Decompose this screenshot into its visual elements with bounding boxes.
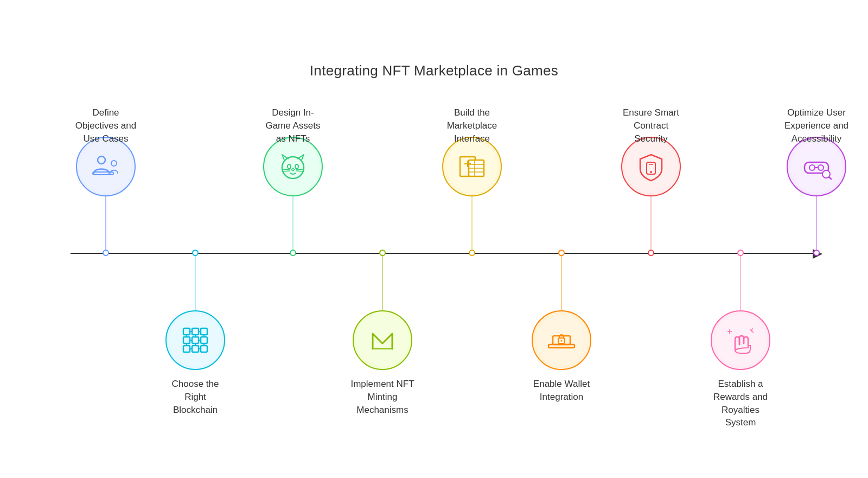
node-dot-define	[103, 250, 109, 256]
node-dot-blockchain	[192, 250, 199, 256]
svg-rect-6	[183, 337, 190, 343]
circle-security	[621, 137, 681, 196]
svg-point-42	[561, 340, 563, 342]
svg-line-55	[829, 177, 831, 179]
node-dot-ux	[813, 250, 820, 256]
svg-point-51	[809, 165, 815, 170]
page-title: Integrating NFT Marketplace in Games	[310, 62, 558, 79]
node-dot-security	[648, 250, 654, 256]
connector-blockchain	[195, 254, 196, 310]
node-dot-rewards	[737, 250, 744, 256]
connector-define	[105, 196, 106, 253]
label-minting: Implement NFTMintingMechanisms	[334, 378, 431, 416]
connector-marketplace	[471, 196, 473, 253]
label-ux: Optimize UserExperience andAccessibility	[768, 106, 865, 145]
connector-rewards	[740, 254, 741, 310]
svg-rect-10	[192, 346, 199, 352]
connector-ux	[816, 196, 817, 253]
svg-rect-5	[201, 328, 207, 335]
svg-rect-9	[183, 346, 190, 352]
timeline-line	[71, 253, 819, 254]
connector-minting	[382, 254, 383, 310]
circle-blockchain	[165, 310, 225, 370]
circle-wallet	[532, 310, 591, 370]
svg-line-30	[296, 171, 304, 171]
label-rewards: Establish aRewards andRoyaltiesSystem	[692, 378, 789, 429]
circle-rewards	[711, 310, 770, 370]
svg-point-25	[288, 164, 291, 169]
circle-marketplace	[442, 137, 502, 196]
node-dot-design	[290, 250, 296, 256]
svg-rect-11	[201, 346, 207, 352]
node-dot-marketplace	[469, 250, 475, 256]
svg-rect-8	[201, 337, 207, 343]
svg-line-28	[282, 171, 290, 171]
svg-rect-3	[183, 328, 190, 335]
svg-rect-7	[192, 337, 199, 343]
svg-line-29	[296, 169, 304, 170]
diagram-container: DefineObjectives andUse Cases	[27, 112, 841, 416]
circle-define	[76, 137, 136, 196]
node-dot-minting	[379, 250, 386, 256]
label-wallet: Enable WalletIntegration	[513, 378, 610, 404]
svg-point-26	[295, 164, 298, 169]
svg-point-52	[818, 165, 824, 170]
svg-point-2	[111, 161, 117, 166]
circle-design	[263, 137, 323, 196]
svg-point-0	[98, 156, 105, 164]
connector-design	[292, 196, 293, 253]
label-blockchain: Choose theRightBlockchain	[146, 378, 244, 416]
circle-minting	[353, 310, 412, 370]
svg-rect-4	[192, 328, 199, 335]
connector-wallet	[561, 254, 562, 310]
connector-security	[650, 196, 652, 253]
svg-line-27	[282, 169, 290, 170]
node-dot-wallet	[558, 250, 565, 256]
label-define: DefineObjectives andUse Cases	[57, 106, 155, 145]
label-security: Ensure SmartContractSecurity	[602, 106, 700, 145]
svg-point-44	[650, 171, 652, 173]
circle-ux	[787, 137, 846, 196]
label-design: Design In-Game Assetsas NFTs	[244, 106, 342, 145]
label-marketplace: Build theMarketplaceInterface	[423, 106, 521, 145]
